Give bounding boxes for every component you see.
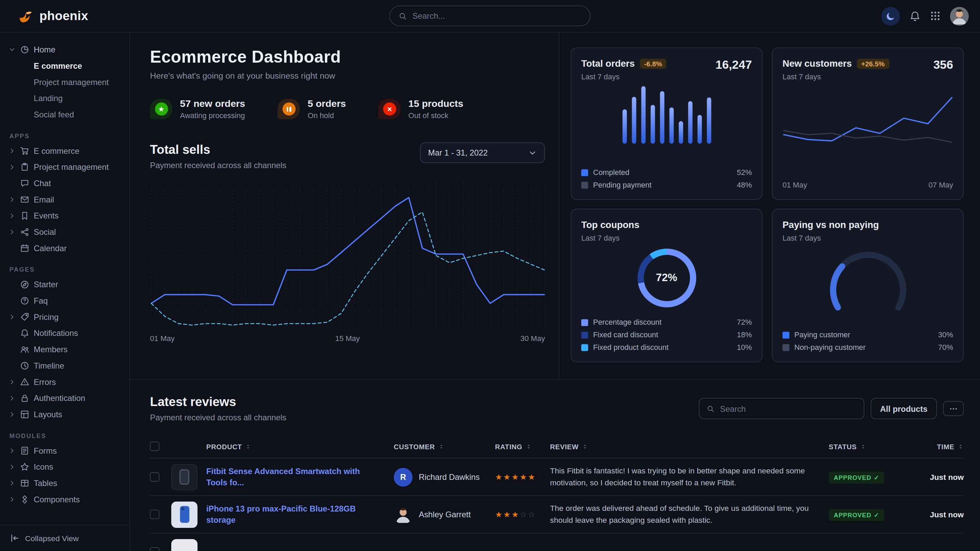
sidebar-subitem-social-feed[interactable]: Social feed xyxy=(34,106,129,122)
legend-row: Fixed card discount 18% xyxy=(581,330,752,339)
sidebar-item-calendar[interactable]: Calendar xyxy=(0,240,129,256)
sidebar-item-errors[interactable]: Errors xyxy=(0,374,129,390)
sidebar-item-events[interactable]: Events xyxy=(0,207,129,224)
product-link[interactable]: iPhone 13 pro max-Pacific Blue-128GB sto… xyxy=(206,503,394,525)
sidebar-item-notifications[interactable]: Notifications xyxy=(0,325,129,341)
collapse-label: Collapsed View xyxy=(25,534,79,543)
sort-icon xyxy=(438,442,444,450)
legend-label: Fixed card discount xyxy=(593,330,658,339)
caret-right-icon xyxy=(9,463,16,470)
date-range-value: Mar 1 - 31, 2022 xyxy=(428,148,488,157)
sidebar-subitem-landing[interactable]: Landing xyxy=(34,90,129,106)
column-header-product[interactable]: PRODUCT xyxy=(206,442,394,450)
stat-label: Out of stock xyxy=(408,111,463,120)
customer-avatar[interactable] xyxy=(394,505,412,524)
sidebar-item-project-management[interactable]: Project management xyxy=(0,159,129,175)
column-header-rating[interactable]: RATING xyxy=(495,442,550,450)
bookmark-icon xyxy=(20,211,30,220)
sidebar-item-layouts[interactable]: Layouts xyxy=(0,406,129,422)
legend-label: Fixed product discount xyxy=(593,343,669,352)
legend-row: Non-paying customer 70% xyxy=(783,343,953,352)
sidebar-item-email[interactable]: Email xyxy=(0,191,129,208)
sort-icon xyxy=(958,442,964,450)
row-checkbox[interactable] xyxy=(150,547,160,551)
user-avatar[interactable] xyxy=(950,6,969,25)
calendar-icon xyxy=(20,243,30,253)
card-period: Last 7 days xyxy=(581,73,667,81)
sidebar-item-ecommerce[interactable]: E commerce xyxy=(0,142,129,159)
form-icon xyxy=(20,446,30,456)
collapse-icon xyxy=(10,533,19,543)
sidebar-item-members[interactable]: Members xyxy=(0,341,129,357)
brand-name: phoenix xyxy=(40,9,88,23)
customer-avatar[interactable]: R xyxy=(394,468,412,486)
sidebar-item-authentication[interactable]: Authentication xyxy=(0,390,129,406)
global-search[interactable] xyxy=(389,6,590,27)
sidebar-subitem-ecommerce[interactable]: E commerce xyxy=(34,57,129,74)
all-products-button[interactable]: All products xyxy=(871,398,937,419)
sidebar-item-home[interactable]: Home xyxy=(0,41,129,57)
top-coupons-donut-chart: 72% xyxy=(637,249,696,308)
sidebar-item-label: Starter xyxy=(34,279,58,289)
sidebar-item-label: Errors xyxy=(34,377,56,387)
legend-value: 30% xyxy=(938,330,953,339)
theme-toggle-button[interactable] xyxy=(881,6,900,25)
card-title: Paying vs non paying xyxy=(783,219,879,230)
sidebar-item-forms[interactable]: Forms xyxy=(0,442,129,459)
product-thumbnail[interactable] xyxy=(171,501,197,527)
out-of-stock-icon: × xyxy=(378,99,401,119)
legend-value: 52% xyxy=(737,168,752,177)
date-range-select[interactable]: Mar 1 - 31, 2022 xyxy=(420,142,545,163)
collapse-sidebar-button[interactable]: Collapsed View xyxy=(0,525,129,551)
on-hold-icon xyxy=(277,99,300,119)
reviews-search-input[interactable] xyxy=(720,404,856,413)
brand[interactable]: phoenix xyxy=(18,8,88,24)
sidebar-subitem-project-management[interactable]: Project management xyxy=(34,74,129,90)
chat-icon xyxy=(20,178,30,188)
main-content: Ecommerce Dashboard Here's what's going … xyxy=(130,32,980,551)
global-search-input[interactable] xyxy=(412,11,581,21)
legend-row: Fixed product discount 10% xyxy=(581,343,752,352)
status-badge: APPROVED✓ xyxy=(829,472,884,483)
legend-value: 10% xyxy=(737,343,752,352)
x-tick: 07 May xyxy=(929,180,953,189)
sidebar-item-tables[interactable]: Tables xyxy=(0,475,129,491)
sidebar-item-chat[interactable]: Chat xyxy=(0,175,129,191)
legend-label: Pending payment xyxy=(593,180,651,189)
navbar-actions xyxy=(881,6,969,25)
reviews-search[interactable] xyxy=(699,398,864,419)
legend-swatch xyxy=(581,319,588,326)
product-link[interactable]: Fitbit Sense Advanced Smartwatch with To… xyxy=(206,466,394,488)
x-tick: 01 May xyxy=(783,180,807,189)
sidebar-item-timeline[interactable]: Timeline xyxy=(0,357,129,374)
sidebar-item-label: Events xyxy=(34,211,59,220)
apps-grid-button[interactable] xyxy=(930,11,940,21)
legend-label: Non-paying customer xyxy=(794,343,865,352)
sidebar-item-components[interactable]: Components xyxy=(0,491,129,507)
product-thumbnail[interactable] xyxy=(171,464,197,490)
column-header-review[interactable]: REVIEW xyxy=(550,442,829,450)
product-thumbnail[interactable] xyxy=(171,539,197,551)
sidebar-item-label: Pricing xyxy=(34,312,59,322)
column-header-time[interactable]: TIME xyxy=(909,442,964,450)
notifications-button[interactable] xyxy=(910,10,921,21)
legend-swatch xyxy=(581,181,588,188)
row-checkbox[interactable] xyxy=(150,472,160,482)
sidebar-item-label: Tables xyxy=(34,478,57,488)
column-header-customer[interactable]: CUSTOMER xyxy=(394,442,495,450)
sidebar-item-pricing[interactable]: Pricing xyxy=(0,309,129,325)
sidebar-item-faq[interactable]: Faq xyxy=(0,292,129,309)
caret-right-icon xyxy=(9,147,16,154)
more-options-button[interactable] xyxy=(943,401,964,416)
column-header-status[interactable]: STATUS xyxy=(829,442,909,450)
total-orders-bar-chart xyxy=(581,86,752,144)
total-orders-legend: Completed 52% Pending payment 48% xyxy=(581,163,752,189)
legend-value: 72% xyxy=(737,318,752,327)
sidebar-item-label: Layouts xyxy=(34,410,62,419)
row-checkbox[interactable] xyxy=(150,510,160,519)
sidebar-item-social[interactable]: Social xyxy=(0,224,129,240)
select-all-checkbox[interactable] xyxy=(150,442,160,451)
sidebar-item-starter[interactable]: Starter xyxy=(0,276,129,292)
caret-right-icon xyxy=(9,229,16,235)
sidebar-item-icons[interactable]: Icons xyxy=(0,459,129,475)
